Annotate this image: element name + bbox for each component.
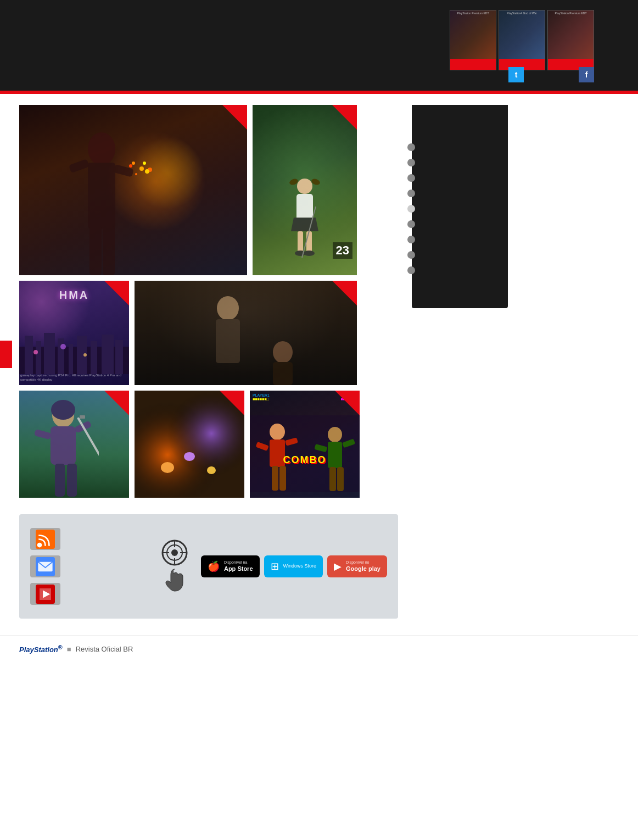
cover-3[interactable]: PlayStation Premium EDT [547,10,594,70]
svg-rect-55 [279,466,286,491]
indie-game-image[interactable]: HMA [19,281,129,385]
red-corner-badge-6 [220,391,244,415]
golf-character [286,176,324,259]
svg-point-50 [270,424,285,440]
red-corner-badge-7 [335,391,360,415]
svg-point-6 [297,179,312,194]
fighting-game-image[interactable]: PLAYER1■■■■■■□ IZZY■■■■■□□ [250,391,360,498]
svg-marker-10 [291,218,318,231]
svg-rect-9 [296,194,313,221]
mail-app-icon [30,555,60,577]
svg-rect-21 [69,344,73,374]
touch-icon [161,566,188,594]
svg-rect-33 [273,362,293,385]
nav-dot-3[interactable] [407,174,415,182]
svg-rect-25 [115,340,123,374]
footer-text: Revista Oficial BR [76,645,133,653]
svg-point-28 [83,353,87,357]
svg-rect-36 [51,426,76,465]
svg-point-71 [171,549,178,556]
left-content: 23 HMA [19,105,398,619]
svg-rect-1 [88,163,115,229]
video-app-icon [30,583,60,605]
cover-2-label: PlayStation4 God of War [500,12,544,15]
golf-score: 23 [333,242,352,259]
cover-1-bar [450,59,496,70]
nav-dot-7[interactable] [407,236,415,243]
header: PlayStation Premium EDT PlayStation4 God… [0,0,638,91]
sidebar [406,105,513,619]
svg-rect-20 [58,338,64,374]
svg-point-63 [37,542,42,547]
footer-logo: PlayStation® [19,644,63,654]
svg-point-35 [51,400,75,420]
main-content: 23 HMA [0,94,638,630]
nav-dot-8[interactable] [407,251,415,259]
nav-dot-2[interactable] [407,159,415,166]
appstore-button[interactable]: 🍎 Disponível na App Store [201,555,260,577]
video-icon [36,585,55,604]
svg-point-30 [217,296,239,320]
survival-game-image[interactable] [135,281,357,385]
play-icon: ▶ [334,560,342,572]
svg-point-27 [60,344,66,349]
footer: PlayStation® ■ Revista Oficial BR [0,635,638,662]
nav-dot-1[interactable] [407,143,415,151]
svg-rect-57 [328,442,342,468]
cover-1[interactable]: PlayStation Premium EDT [450,10,496,70]
svg-rect-17 [25,336,33,374]
svg-rect-60 [329,467,336,491]
survival-characters [135,281,357,385]
footer-separator: ■ [67,645,71,653]
cover-1-label: PlayStation Premium EDT [451,12,495,15]
red-corner-badge-1 [222,105,247,130]
ninja-game-image[interactable] [19,391,129,498]
svg-rect-42 [67,464,77,497]
facebook-icon[interactable]: f [579,67,594,82]
indie-logo: HMA [59,289,89,302]
nav-dot-6[interactable] [407,220,415,228]
svg-rect-12 [306,231,312,253]
image-grid: 23 HMA [19,105,398,619]
rss-app-icon [30,528,60,550]
character-silhouette [52,116,151,275]
svg-rect-61 [337,467,344,491]
social-icons: t f [508,67,594,82]
winstore-button[interactable]: ⊞ Windows Store [264,555,323,577]
art-game-image[interactable] [135,391,244,498]
red-corner-badge-3 [104,281,129,305]
left-red-bar [0,341,12,368]
svg-point-32 [273,341,293,363]
nav-dot-4[interactable] [407,190,415,197]
svg-point-0 [88,132,115,165]
sidebar-dark-box [412,105,508,308]
nav-dot-9[interactable] [407,266,415,274]
red-corner-badge-2 [332,105,357,130]
action-game-image[interactable] [19,105,247,275]
app-icons-middle [159,542,189,591]
svg-rect-18 [36,341,41,374]
svg-rect-4 [89,226,102,275]
svg-rect-37 [34,429,52,440]
windows-icon: ⊞ [271,560,279,572]
svg-rect-40 [80,415,85,419]
svg-rect-54 [272,466,278,491]
cover-2[interactable]: PlayStation4 God of War [499,10,545,70]
sidebar-nav-dots [407,143,501,274]
golf-game-image[interactable]: 23 [253,105,357,275]
svg-point-14 [304,251,315,256]
red-corner-badge-4 [332,281,357,305]
svg-point-48 [207,466,216,474]
cover-3-label: PlayStation Premium EDT [549,12,592,15]
googleplay-button[interactable]: ▶ Disponível no Google play [327,555,387,577]
gameplay-note: gameplay captured using PS4 Pro. All req… [20,374,128,382]
red-corner-badge-5 [104,391,129,415]
winstore-label: Windows Store [283,563,317,570]
svg-point-26 [33,350,38,354]
app-store-section: 🍎 Disponível na App Store ⊞ Windows Stor… [19,514,398,619]
city-silhouette [19,330,129,374]
nav-dot-5[interactable] [407,205,415,213]
svg-rect-41 [55,464,65,497]
twitter-icon[interactable]: t [508,67,524,82]
apple-icon: 🍎 [208,560,220,572]
